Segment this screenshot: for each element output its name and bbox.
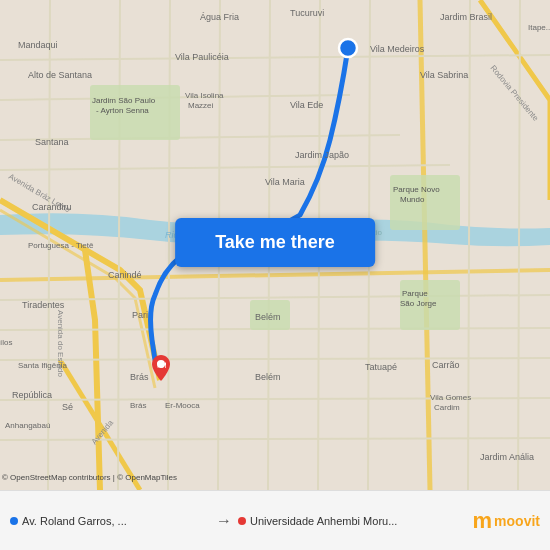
svg-text:Vila Medeiros: Vila Medeiros (370, 44, 425, 54)
svg-text:Jardim Anália: Jardim Anália (480, 452, 534, 462)
svg-text:Carrão: Carrão (432, 360, 460, 370)
svg-text:Mazzei: Mazzei (188, 101, 214, 110)
svg-text:Er-Mooca: Er-Mooca (165, 401, 200, 410)
svg-text:Tiradentes: Tiradentes (22, 300, 65, 310)
svg-text:Belém: Belém (255, 312, 281, 322)
svg-text:Santana: Santana (35, 137, 69, 147)
route-from: Av. Roland Garros, ... (10, 515, 210, 527)
svg-text:Jardim Brasil: Jardim Brasil (440, 12, 492, 22)
svg-text:Tucuruvi: Tucuruvi (290, 8, 324, 18)
origin-dot (10, 517, 18, 525)
svg-text:🍽: 🍽 (157, 360, 166, 370)
svg-text:© OpenStreetMap contributors |: © OpenStreetMap contributors | © OpenMap… (2, 473, 177, 482)
svg-text:Vila Maria: Vila Maria (265, 177, 305, 187)
svg-point-53 (339, 39, 357, 57)
svg-text:Canindé: Canindé (108, 270, 142, 280)
svg-text:Sé: Sé (62, 402, 73, 412)
svg-text:Cardim: Cardim (434, 403, 460, 412)
svg-text:Parque: Parque (402, 289, 428, 298)
route-to: Universidade Anhembi Moru... (238, 515, 438, 527)
svg-text:Vila Ede: Vila Ede (290, 100, 323, 110)
svg-text:Jardim São Paulo: Jardim São Paulo (92, 96, 156, 105)
moovit-brand-text: moovit (494, 513, 540, 529)
svg-text:Brás: Brás (130, 401, 146, 410)
svg-text:Carandiru: Carandiru (32, 202, 72, 212)
bottom-bar: Av. Roland Garros, ... → Universidade An… (0, 490, 550, 550)
svg-text:Parque Novo: Parque Novo (393, 185, 440, 194)
svg-text:Portuguesa - Tietê: Portuguesa - Tietê (28, 241, 94, 250)
svg-text:Belém: Belém (255, 372, 281, 382)
svg-text:Vila Isolina: Vila Isolina (185, 91, 224, 100)
svg-text:República: República (12, 390, 52, 400)
arrow-icon: → (210, 512, 238, 530)
svg-text:Anhangabaú: Anhangabaú (5, 421, 50, 430)
svg-text:- Ayrton Senna: - Ayrton Senna (96, 106, 149, 115)
svg-text:Alto de Santana: Alto de Santana (28, 70, 92, 80)
moovit-m-icon: m (473, 508, 493, 534)
map-container: Água Fria Tucuruvi Jardim Brasil Itape..… (0, 0, 550, 490)
svg-text:Santa Ifigênia: Santa Ifigênia (18, 361, 67, 370)
svg-text:Pari: Pari (132, 310, 148, 320)
svg-text:Jardim Japão: Jardim Japão (295, 150, 349, 160)
svg-text:Mandaqui: Mandaqui (18, 40, 58, 50)
svg-text:Itape...: Itape... (528, 23, 550, 32)
moovit-logo: m moovit (473, 508, 540, 534)
svg-text:ílos: ílos (0, 338, 12, 347)
from-label: Av. Roland Garros, ... (22, 515, 127, 527)
to-label: Universidade Anhembi Moru... (250, 515, 397, 527)
svg-text:Vila Gomes: Vila Gomes (430, 393, 471, 402)
take-me-there-button[interactable]: Take me there (175, 218, 375, 267)
svg-text:São Jorge: São Jorge (400, 299, 437, 308)
svg-text:Brás: Brás (130, 372, 149, 382)
svg-text:Vila Paulicéia: Vila Paulicéia (175, 52, 229, 62)
svg-text:Mundo: Mundo (400, 195, 425, 204)
svg-text:Tatuapé: Tatuapé (365, 362, 397, 372)
svg-text:Água Fria: Água Fria (200, 12, 239, 22)
destination-dot (238, 517, 246, 525)
svg-text:Vila Sabrina: Vila Sabrina (420, 70, 468, 80)
